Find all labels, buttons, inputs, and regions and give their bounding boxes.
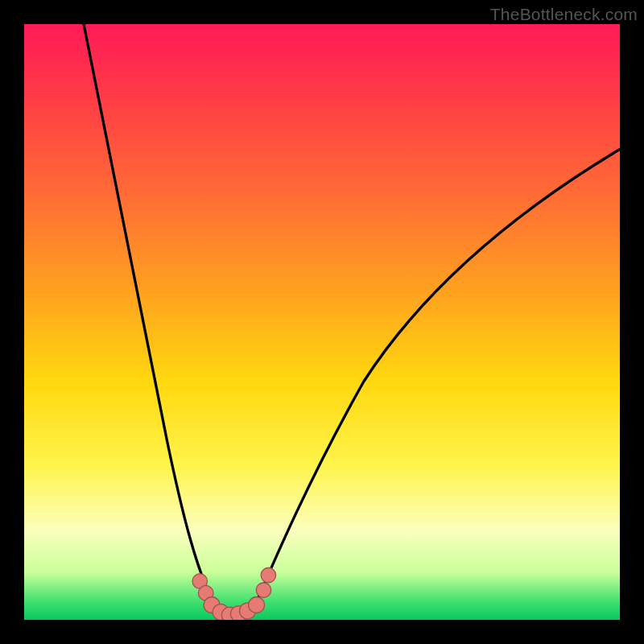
marker [249,597,265,613]
marker [261,568,276,583]
right-curve [257,149,620,601]
trough-markers-group [192,568,276,620]
left-curve [84,24,215,605]
marker [256,583,271,598]
chart-svg [24,24,620,620]
chart-frame: TheBottleneck.com [0,0,644,644]
plot-area [24,24,620,620]
attribution-text: TheBottleneck.com [490,5,638,24]
